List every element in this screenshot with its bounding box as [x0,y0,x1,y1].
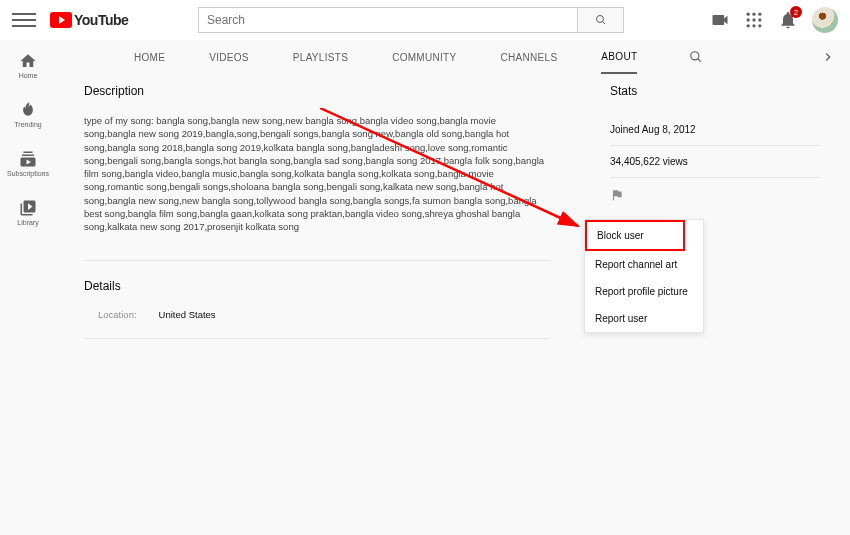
stats-title: Stats [610,84,820,98]
youtube-logo[interactable]: YouTube [50,12,128,28]
svg-line-1 [602,22,605,25]
left-rail: Home Trending Subscriptions Library [0,40,56,230]
svg-point-7 [758,18,761,21]
svg-point-3 [752,13,755,16]
rail-item-trending[interactable]: Trending [0,97,56,132]
dropdown-report-channel-art[interactable]: Report channel art [585,251,703,278]
flag-button[interactable] [610,178,820,216]
search-icon [595,14,607,26]
apps-icon[interactable] [744,10,764,30]
avatar[interactable] [812,7,838,33]
channel-tabs: HOME VIDEOS PLAYLISTS COMMUNITY CHANNELS… [56,40,850,74]
tab-videos[interactable]: VIDEOS [209,42,249,73]
notifications-icon[interactable]: 2 [778,10,798,30]
svg-point-0 [596,16,603,23]
svg-point-4 [758,13,761,16]
svg-point-8 [747,24,750,27]
rail-label: Subscriptions [7,170,49,177]
search-button[interactable] [578,7,624,33]
svg-point-2 [747,13,750,16]
divider [84,260,550,261]
tab-playlists[interactable]: PLAYLISTS [293,42,348,73]
left-column: Description type of my song: bangla song… [84,84,550,357]
rail-item-home[interactable]: Home [0,48,56,83]
location-label: Location: [98,309,137,320]
flag-icon [610,188,624,202]
tab-channels[interactable]: CHANNELS [501,42,558,73]
app-header: YouTube 2 [0,0,850,40]
about-content: Description type of my song: bangla song… [84,84,820,357]
rail-label: Library [17,219,38,226]
rail-label: Trending [14,121,41,128]
tab-about[interactable]: ABOUT [601,41,637,74]
header-actions: 2 [710,7,838,33]
tab-home[interactable]: HOME [134,42,165,73]
divider [84,338,550,339]
notification-badge: 2 [790,6,802,18]
rail-item-subscriptions[interactable]: Subscriptions [0,146,56,181]
search-input[interactable] [198,7,578,33]
description-title: Description [84,84,550,98]
svg-line-12 [698,59,701,62]
stats-views: 34,405,622 views [610,146,820,178]
svg-point-6 [752,18,755,21]
tabs-next-icon[interactable] [820,49,836,65]
dropdown-report-profile-picture[interactable]: Report profile picture [585,278,703,305]
dropdown-report-user[interactable]: Report user [585,305,703,332]
rail-label: Home [19,72,38,79]
details-title: Details [84,279,550,293]
location-value: United States [159,309,216,320]
search-bar [198,7,624,33]
create-video-icon[interactable] [710,10,730,30]
description-body: type of my song: bangla song,bangla new … [84,114,550,234]
play-icon [50,12,72,28]
stats-joined: Joined Aug 8, 2012 [610,114,820,146]
svg-point-11 [691,52,699,60]
tab-search-icon[interactable] [689,50,703,64]
details-location: Location: United States [84,309,550,320]
menu-icon[interactable] [12,8,36,32]
tab-community[interactable]: COMMUNITY [392,42,456,73]
dropdown-block-user[interactable]: Block user [585,220,685,251]
logo-text: YouTube [74,12,128,28]
svg-point-9 [752,24,755,27]
svg-point-10 [758,24,761,27]
svg-point-5 [747,18,750,21]
flag-dropdown: Block user Report channel art Report pro… [584,219,704,333]
rail-item-library[interactable]: Library [0,195,56,230]
